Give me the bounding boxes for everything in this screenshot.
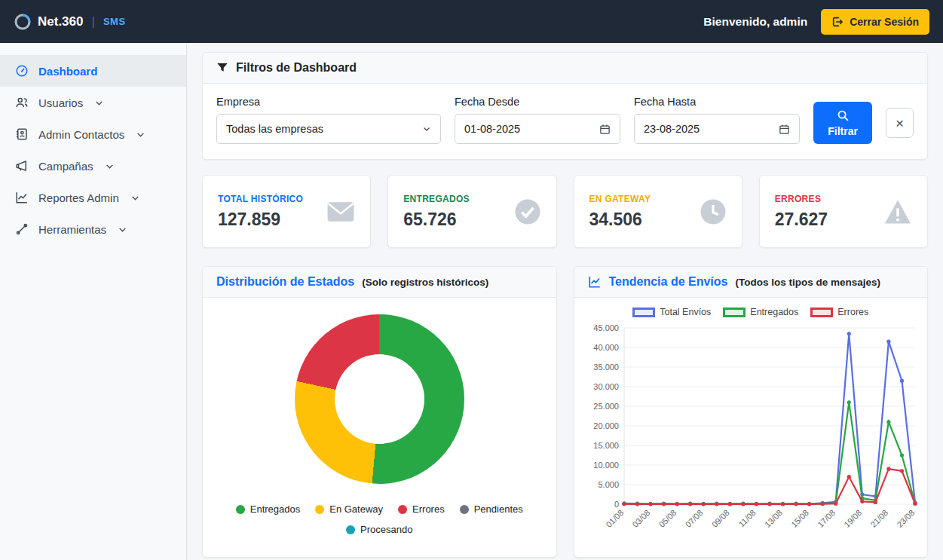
- legend-item-entregados[interactable]: Entregados: [236, 503, 301, 515]
- legend-swatch: [810, 308, 833, 317]
- charts-row: Distribución de Estados (Solo registros …: [202, 266, 928, 558]
- legend-swatch: [632, 308, 655, 317]
- legend-label: Entregados: [250, 503, 301, 515]
- main-content: Filtros de Dashboard Empresa Todas las e…: [187, 43, 943, 560]
- svg-text:25.000: 25.000: [593, 402, 619, 411]
- logout-button[interactable]: Cerrar Sesión: [821, 9, 929, 35]
- fecha-desde-input[interactable]: 01-08-2025: [455, 114, 620, 144]
- stat-value: 34.506: [589, 210, 651, 230]
- line-chart-card: Tendencia de Envíos (Todos los tipos de …: [574, 266, 929, 558]
- empresa-selected-value: Todas las empresas: [226, 123, 323, 135]
- svg-text:0: 0: [614, 500, 618, 509]
- sidebar-item-reportes-admin[interactable]: Reportes Admin: [0, 182, 186, 213]
- check-circle-icon: [514, 198, 541, 225]
- svg-text:5.000: 5.000: [598, 480, 619, 489]
- fecha-desde-value: 01-08-2025: [464, 123, 520, 135]
- sidebar-item-label: Campañas: [38, 160, 93, 173]
- svg-text:40.000: 40.000: [593, 343, 619, 352]
- legend-item-pendientes[interactable]: Pendientes: [460, 503, 523, 515]
- logout-label: Cerrar Sesión: [850, 16, 919, 28]
- stat-card-total-historico: TOTAL HISTÓRICO 127.859: [202, 175, 371, 248]
- stat-label: TOTAL HISTÓRICO: [218, 194, 303, 204]
- svg-text:07/08: 07/08: [683, 508, 704, 529]
- stats-row: TOTAL HISTÓRICO 127.859 ENTREGADOS 65.72…: [202, 175, 928, 248]
- megaphone-icon: [15, 159, 29, 173]
- calendar-icon[interactable]: [599, 124, 611, 135]
- envelope-icon: [326, 200, 355, 223]
- legend-item-procesando[interactable]: Procesando: [346, 524, 412, 535]
- legend-label: Entregados: [750, 307, 798, 317]
- address-book-icon: [15, 127, 29, 141]
- legend-label: Errores: [412, 503, 445, 515]
- users-icon: [15, 96, 29, 109]
- legend-label: Procesando: [360, 524, 412, 535]
- svg-text:30.000: 30.000: [593, 382, 619, 391]
- svg-text:10.000: 10.000: [593, 461, 619, 470]
- sidebar-item-label: Admin Contactos: [38, 128, 124, 141]
- svg-text:15.000: 15.000: [593, 441, 619, 450]
- filter-funnel-icon: [216, 62, 228, 74]
- sidebar-item-admin-contactos[interactable]: Admin Contactos: [0, 118, 186, 150]
- top-navbar: Net.360 | SMS Bienvenido, admin Cerrar S…: [0, 0, 943, 43]
- stat-label: EN GATEWAY: [589, 194, 651, 204]
- stat-label: ERRORES: [775, 194, 828, 204]
- calendar-icon[interactable]: [779, 124, 790, 135]
- legend-item-errores[interactable]: Errores: [398, 503, 445, 515]
- legend-item-entregados[interactable]: Entregados: [723, 307, 798, 317]
- sidebar-item-campanas[interactable]: Campañas: [0, 150, 186, 182]
- svg-text:05/08: 05/08: [657, 508, 678, 529]
- svg-text:19/08: 19/08: [842, 508, 863, 529]
- donut-chart-card: Distribución de Estados (Solo registros …: [202, 266, 557, 558]
- legend-item-errores[interactable]: Errores: [810, 307, 868, 317]
- stat-card-en-gateway: EN GATEWAY 34.506: [574, 175, 742, 248]
- sidebar-item-dashboard[interactable]: Dashboard: [0, 55, 186, 87]
- legend-dot: [460, 505, 469, 514]
- sidebar-item-label: Dashboard: [38, 65, 97, 78]
- legend-item-total-envios[interactable]: Total Envíos: [632, 307, 711, 317]
- welcome-text: Bienvenido, admin: [703, 15, 807, 29]
- dashboard-icon: [15, 64, 29, 78]
- svg-text:09/08: 09/08: [709, 508, 730, 529]
- legend-label: Pendientes: [474, 503, 523, 515]
- svg-text:01/08: 01/08: [604, 508, 625, 529]
- stat-value: 127.859: [218, 210, 303, 230]
- svg-text:15/08: 15/08: [789, 508, 810, 529]
- logout-icon: [831, 16, 843, 28]
- svg-text:17/08: 17/08: [816, 508, 837, 529]
- donut-chart-subtitle: (Solo registros históricos): [362, 277, 488, 288]
- chevron-down-icon: [105, 161, 115, 171]
- line-chart-svg: 05.00010.00015.00020.00025.00030.00035.0…: [580, 319, 921, 546]
- donut-legend: Entregados En Gateway Errores Pendientes…: [218, 503, 541, 535]
- brand[interactable]: Net.360 | SMS: [14, 13, 126, 31]
- empresa-label: Empresa: [216, 96, 441, 108]
- donut-chart-header: Distribución de Estados (Solo registros …: [203, 267, 556, 298]
- svg-text:21/08: 21/08: [868, 508, 889, 529]
- filtrar-button[interactable]: Filtrar: [813, 102, 872, 144]
- search-icon: [837, 109, 850, 122]
- sidebar-item-label: Usuarios: [38, 96, 83, 109]
- sidebar-item-usuarios[interactable]: Usuarios: [0, 87, 186, 118]
- svg-text:03/08: 03/08: [630, 508, 651, 529]
- tools-icon: [15, 222, 29, 236]
- svg-text:20.000: 20.000: [593, 421, 619, 430]
- svg-text:35.000: 35.000: [593, 363, 619, 372]
- legend-label: En Gateway: [329, 503, 383, 515]
- legend-dot: [398, 505, 407, 514]
- clear-filters-button[interactable]: ×: [886, 108, 914, 138]
- legend-item-en-gateway[interactable]: En Gateway: [315, 503, 383, 515]
- fecha-hasta-input[interactable]: 23-08-2025: [634, 114, 800, 144]
- donut-chart: [295, 314, 464, 484]
- chart-line-icon: [588, 275, 602, 289]
- legend-dot: [346, 525, 355, 534]
- chevron-down-icon: [130, 193, 140, 203]
- filtrar-label: Filtrar: [828, 125, 858, 137]
- fecha-desde-label: Fecha Desde: [455, 96, 620, 108]
- legend-swatch: [723, 308, 746, 317]
- chevron-down-icon: [136, 130, 145, 139]
- brand-divider: |: [91, 14, 94, 29]
- sidebar-item-herramientas[interactable]: Herramientas: [0, 213, 186, 245]
- empresa-select[interactable]: Todas las empresas: [216, 114, 441, 144]
- chart-line-icon: [15, 191, 29, 204]
- svg-text:23/08: 23/08: [895, 508, 916, 529]
- warning-triangle-icon: [883, 199, 912, 225]
